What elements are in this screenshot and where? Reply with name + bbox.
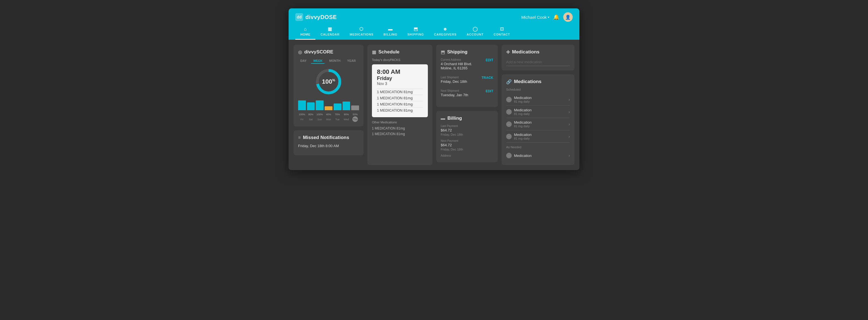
- chart-bar: [343, 101, 350, 111]
- shipping-title: ⬒ Shipping: [441, 49, 493, 55]
- nav-item-caregivers[interactable]: ☻ CAREGIVERS: [429, 24, 462, 40]
- med-dot-1: —: [506, 97, 512, 103]
- bar-day: Wed: [344, 118, 349, 121]
- nav-item-home[interactable]: ⌂ HOME: [295, 24, 315, 40]
- med-dot-2: —: [506, 109, 512, 115]
- bar-percent: 50%: [352, 113, 358, 116]
- med-dot-5: —: [506, 153, 512, 158]
- as-needed-label: As Needed: [506, 145, 570, 149]
- last-shipment-value: Friday, Dec 18th: [441, 80, 467, 84]
- last-shipment-label: Last Shipment: [441, 76, 467, 79]
- other-med-1: 1 MEDICATION 81mg: [372, 125, 428, 131]
- med-chevron-1[interactable]: ›: [568, 97, 570, 102]
- nav-item-contact[interactable]: ⊡ CONTACT: [489, 24, 515, 40]
- nav-item-billing[interactable]: ▬ BILLING: [378, 24, 402, 40]
- edit-shipment-button[interactable]: EDIT: [486, 89, 493, 93]
- add-med-icon: ✚: [506, 50, 510, 55]
- bar-column: [316, 100, 323, 110]
- med-dot-4: —: [506, 134, 512, 139]
- scheduled-med-4: — Medication 81 mg daily ›: [506, 130, 570, 143]
- nav-item-shipping[interactable]: ⬒ SHIPPING: [402, 24, 429, 40]
- bar-percent: 40%: [326, 113, 331, 116]
- score-tab-day[interactable]: DAY: [298, 58, 309, 64]
- user-chevron-icon: ▾: [548, 16, 549, 19]
- calendar-icon: ▦: [328, 26, 332, 32]
- med-name-1: Medication: [514, 96, 532, 100]
- edit-address-button[interactable]: EDIT: [486, 58, 493, 62]
- right-panel: ✚ Medications 🔗 Medications Scheduled — …: [502, 45, 575, 165]
- nav-item-calendar[interactable]: ▦ CALENDAR: [315, 24, 344, 40]
- contact-icon: ⊡: [500, 26, 504, 32]
- bar-day-highlight: Thu: [352, 116, 358, 122]
- nav-item-account[interactable]: ◯ ACCOUNT: [462, 24, 489, 40]
- bar-percent: 100%: [299, 113, 305, 116]
- left-column: ◎ divvySCORE DAY WEEK MONTH YEAR: [293, 45, 364, 165]
- track-shipment-button[interactable]: TRACK: [482, 76, 493, 80]
- add-medication-card: ✚ Medications: [502, 45, 575, 70]
- bar-column: [343, 101, 350, 111]
- shipping-icon: ⬒: [413, 26, 418, 32]
- user-name[interactable]: Michael Cook ▾: [521, 15, 549, 20]
- bar-day: Tue: [335, 118, 339, 121]
- bell-icon[interactable]: 🔔: [553, 14, 559, 20]
- chart-days: FriSatSunMonTueWedThu: [298, 116, 359, 122]
- med-name-5: Medication: [514, 153, 532, 158]
- med-dot-3: —: [506, 121, 512, 127]
- bar-day: Sat: [309, 118, 313, 121]
- last-payment-amount: $64.72 Friday, Dec 18th: [441, 128, 493, 137]
- missed-card-title: ≡ Missed Notifications: [298, 135, 359, 140]
- score-tab-week[interactable]: WEEK: [311, 58, 325, 64]
- med-dose-2: 81 mg daily: [514, 112, 532, 116]
- shipping-card: ⬒ Shipping Current Address 4 Orchard Hil…: [436, 45, 498, 107]
- chart-labels: 100%80%100%40%70%90%50%: [298, 111, 359, 116]
- med-dose-3: 81 mg daily: [514, 124, 532, 128]
- score-tab-year[interactable]: YEAR: [345, 58, 358, 64]
- bar-column: [351, 106, 359, 111]
- bar-day: Fri: [301, 118, 304, 121]
- med-chevron-2[interactable]: ›: [568, 110, 570, 114]
- chart-bar: [334, 104, 341, 111]
- scheduled-med-2: — Medication 81 mg daily ›: [506, 106, 570, 118]
- current-address-label: Current Address: [441, 58, 472, 61]
- bar-column: [298, 100, 306, 110]
- medications-icon: ⬡: [359, 26, 364, 32]
- billing-icon: ▬: [388, 27, 393, 32]
- pack-time: 8:00 AM: [377, 68, 423, 76]
- score-value: 100%: [322, 78, 335, 85]
- billing-title: ▬ Billing: [441, 116, 493, 121]
- med-list-icon: 🔗: [506, 79, 512, 85]
- score-circle-container: 100%: [298, 68, 359, 96]
- score-tabs: DAY WEEK MONTH YEAR: [298, 58, 359, 64]
- score-tab-month[interactable]: MONTH: [327, 58, 343, 64]
- billing-card-icon: ▬: [441, 116, 445, 121]
- schedule-subtitle: Today's divvyPACKS: [372, 58, 428, 61]
- next-payment-label: Next Payment: [441, 139, 493, 142]
- schedule-title: ▦ Schedule: [372, 49, 428, 55]
- bar-column: [325, 106, 333, 110]
- med-dose-4: 81 mg daily: [514, 137, 532, 140]
- other-meds-label: Other Medications: [372, 121, 428, 124]
- next-shipment-label: Next Shipment: [441, 89, 468, 92]
- med-chevron-5[interactable]: ›: [568, 153, 570, 158]
- add-medication-input[interactable]: [506, 58, 570, 66]
- app-container: dd divvyDOSE Michael Cook ▾ 🔔 👤 ⌂ HOME ▦: [288, 8, 580, 170]
- score-icon: ◎: [298, 50, 302, 55]
- bar-chart: 100%80%100%40%70%90%50% FriSatSunMonTueW…: [298, 99, 359, 122]
- header-right: Michael Cook ▾ 🔔 👤: [521, 12, 573, 22]
- scheduled-med-1: — Medication 81 mg daily ›: [506, 93, 570, 106]
- pack-med-3: 1 MEDICATION 81mg: [377, 101, 423, 107]
- next-payment-amount: $64.72 Friday, Dec 18th: [441, 143, 493, 151]
- nav-item-medications[interactable]: ⬡ MEDICATIONS: [344, 24, 378, 40]
- header-top: dd divvyDOSE Michael Cook ▾ 🔔 👤: [295, 8, 573, 22]
- pack-card: 8:00 AM Friday Nov 3 1 MEDICATION 81mg 1…: [372, 64, 428, 117]
- med-chevron-4[interactable]: ›: [568, 134, 570, 139]
- logo-text: divvyDOSE: [305, 14, 337, 21]
- shipping-address-group: Current Address 4 Orchard Hill Blvd.Moli…: [441, 58, 472, 73]
- avatar[interactable]: 👤: [563, 12, 573, 22]
- chart-bars: [298, 99, 359, 110]
- schedule-card: ▦ Schedule Today's divvyPACKS 8:00 AM Fr…: [367, 45, 432, 165]
- med-chevron-3[interactable]: ›: [568, 122, 570, 126]
- score-card: ◎ divvySCORE DAY WEEK MONTH YEAR: [293, 45, 364, 126]
- pack-date: Nov 3: [377, 81, 423, 86]
- add-med-title: ✚ Medications: [506, 49, 570, 55]
